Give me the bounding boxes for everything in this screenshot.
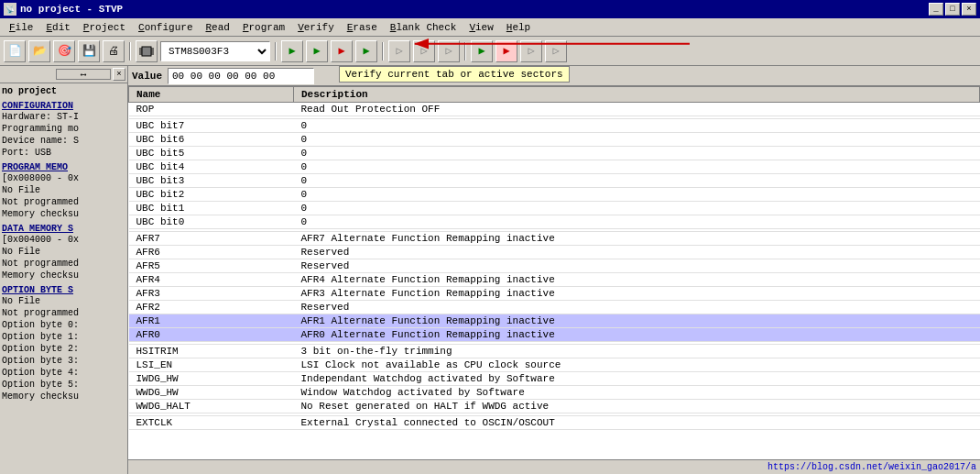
device-icon-button[interactable]: [136, 40, 158, 62]
cell-name: AFR5: [129, 259, 294, 273]
cell-name: UBC bit0: [129, 215, 294, 229]
section-program-memory: PROGRAM MEMO: [2, 162, 125, 172]
program-sectors-button[interactable]: ▶: [331, 40, 353, 62]
data-checksum: Memory checksu: [2, 270, 125, 281]
table-row[interactable]: UBC bit00: [129, 215, 980, 229]
table-row[interactable]: AFR3AFR3 Alternate Function Remapping in…: [129, 287, 980, 301]
menu-file[interactable]: File: [4, 21, 38, 34]
cell-description: Reserved: [294, 246, 980, 259]
separator-1: [129, 42, 131, 61]
section-option-bytes: OPTION BYTE S: [2, 285, 125, 295]
config-programming: Programming mo: [2, 123, 125, 135]
table-row[interactable]: UBC bit30: [129, 174, 980, 188]
cell-description: 3 bit on-the-fly trimming: [294, 345, 980, 358]
cell-name: AFR7: [129, 232, 294, 246]
sidebar-resize-handle[interactable]: ⟷: [56, 69, 111, 80]
menu-view[interactable]: View: [463, 21, 498, 34]
open-button[interactable]: 📂: [28, 40, 50, 62]
new-button[interactable]: 📄: [4, 40, 26, 62]
opt-byte-0: Option byte 0:: [2, 319, 125, 331]
table-row[interactable]: UBC bit40: [129, 160, 980, 174]
table-row[interactable]: AFR2Reserved: [129, 301, 980, 314]
cell-name: UBC bit6: [129, 133, 294, 147]
target-button[interactable]: 🎯: [53, 40, 75, 62]
cell-description: Reserved: [294, 301, 980, 314]
table-row[interactable]: ROPRead Out Protection OFF: [129, 103, 980, 116]
table-row[interactable]: AFR7AFR7 Alternate Function Remapping in…: [129, 232, 980, 246]
table-row[interactable]: UBC bit60: [129, 133, 980, 147]
table-row[interactable]: HSITRIM3 bit on-the-fly trimming: [129, 345, 980, 358]
menu-help[interactable]: Help: [501, 21, 536, 34]
window-controls[interactable]: _ □ ×: [929, 3, 976, 16]
cell-name: UBC bit3: [129, 174, 294, 188]
sidebar-close-button[interactable]: ×: [113, 68, 125, 81]
verify-all-button[interactable]: ▶: [471, 40, 493, 62]
col-header-description: Description: [294, 87, 980, 103]
cell-description: 0: [294, 133, 980, 147]
opt-status: Not programmed: [2, 307, 125, 319]
prog-checksum: Memory checksu: [2, 208, 125, 220]
read-tab-button[interactable]: ▷: [413, 40, 435, 62]
device-select[interactable]: STM8S003F3: [160, 41, 270, 61]
table-row[interactable]: WWDG_HALTNo Reset generated on HALT if W…: [129, 400, 980, 413]
maximize-button[interactable]: □: [945, 3, 960, 16]
program-button-4[interactable]: ▶: [355, 40, 377, 62]
value-input[interactable]: [168, 68, 314, 84]
menu-configure[interactable]: Configure: [133, 21, 198, 34]
verify-sectors-button[interactable]: ▷: [520, 40, 542, 62]
table-row[interactable]: UBC bit50: [129, 147, 980, 160]
status-url: https://blog.csdn.net/weixin_gao2017/a: [768, 462, 976, 472]
program-all-button[interactable]: ▶: [281, 40, 303, 62]
menu-program[interactable]: Program: [237, 21, 290, 34]
opt-byte-4: Option byte 4:: [2, 367, 125, 379]
table-row[interactable]: UBC bit20: [129, 188, 980, 202]
config-port: Port: USB: [2, 147, 125, 159]
verify-button-4[interactable]: ▷: [545, 40, 567, 62]
table-row[interactable]: UBC bit10: [129, 202, 980, 215]
value-label: Value: [132, 71, 162, 82]
program-tab-button[interactable]: ▶: [306, 40, 328, 62]
cell-name: UBC bit4: [129, 160, 294, 174]
verify-tab-button[interactable]: ▶: [495, 40, 517, 62]
table-row[interactable]: AFR1AFR1 Alternate Function Remapping in…: [129, 314, 980, 328]
cell-description: AFR3 Alternate Function Remapping inacti…: [294, 287, 980, 301]
table-row[interactable]: UBC bit70: [129, 119, 980, 133]
menu-project[interactable]: Project: [78, 21, 131, 34]
cell-name: AFR0: [129, 328, 294, 342]
cell-name: AFR2: [129, 301, 294, 314]
table-row[interactable]: AFR6Reserved: [129, 246, 980, 259]
cell-description: AFR7 Alternate Function Remapping inacti…: [294, 232, 980, 246]
opt-checksum: Memory checksu: [2, 391, 125, 402]
table-row[interactable]: AFR5Reserved: [129, 259, 980, 273]
cell-description: 0: [294, 202, 980, 215]
cell-description: Window Watchdog activated by Software: [294, 386, 980, 400]
cell-name: HSITRIM: [129, 345, 294, 358]
menu-blank-check[interactable]: Blank Check: [385, 21, 463, 34]
window-title: no project - STVP: [20, 4, 929, 15]
save-button[interactable]: 💾: [78, 40, 100, 62]
toolbar: 📄 📂 🎯 💾 🖨 STM8S003F3 ▶ ▶ ▶ ▶ ▷ ▷ ▷ ▶ ▶ ▷…: [0, 37, 980, 66]
table-row[interactable]: LSI_ENLSI Clock not available as CPU clo…: [129, 358, 980, 372]
print-button[interactable]: 🖨: [103, 40, 125, 62]
menu-verify[interactable]: Verify: [292, 21, 340, 34]
menu-erase[interactable]: Erase: [342, 21, 383, 34]
read-all-button[interactable]: ▷: [388, 40, 410, 62]
cell-name: AFR4: [129, 273, 294, 287]
section-configuration: CONFIGURATION: [2, 101, 125, 111]
table-row[interactable]: EXTCLKExternal Crystal connected to OSCI…: [129, 416, 980, 430]
table-row[interactable]: WWDG_HWWindow Watchdog activated by Soft…: [129, 386, 980, 400]
option-bytes-table[interactable]: Name Description ROPRead Out Protection …: [128, 86, 980, 459]
cell-description: AFR4 Alternate Function Remapping inacti…: [294, 273, 980, 287]
col-header-name: Name: [129, 87, 294, 103]
table-row[interactable]: AFR4AFR4 Alternate Function Remapping in…: [129, 273, 980, 287]
table-row[interactable]: AFR0AFR0 Alternate Function Remapping in…: [129, 328, 980, 342]
minimize-button[interactable]: _: [929, 3, 943, 16]
close-button[interactable]: ×: [962, 3, 976, 16]
cell-description: External Crystal connected to OSCIN/OSCO…: [294, 416, 980, 430]
opt-byte-1: Option byte 1:: [2, 331, 125, 343]
read-button-3[interactable]: ▷: [438, 40, 460, 62]
menu-read[interactable]: Read: [200, 21, 234, 34]
menu-edit[interactable]: Edit: [40, 21, 75, 34]
svg-rect-0: [142, 47, 151, 56]
table-row[interactable]: IWDG_HWIndependant Watchdog activated by…: [129, 372, 980, 386]
